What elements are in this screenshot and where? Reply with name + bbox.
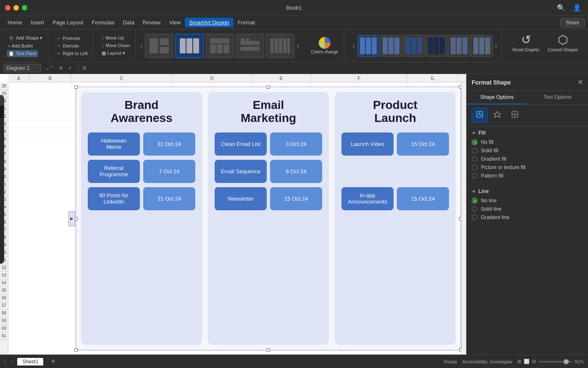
picture-fill-radio[interactable] xyxy=(472,164,478,170)
layout-item-3[interactable] xyxy=(205,34,234,58)
halloween-date-cell[interactable]: 31 Oct 24 xyxy=(143,132,195,156)
menu-page-layout[interactable]: Page Layout xyxy=(48,18,87,27)
email-seq-cell[interactable]: Email Sequence xyxy=(215,160,267,183)
menu-smartart-design[interactable]: SmartArt Design xyxy=(185,18,233,27)
gradient-line-radio[interactable] xyxy=(472,214,478,220)
reset-graphic-button[interactable]: ↺ Reset Graphic xyxy=(509,31,543,54)
accessibility-label[interactable]: Accessibility: Investigate xyxy=(462,359,512,364)
90posts-date-cell[interactable]: 31 Oct 24 xyxy=(143,187,195,210)
change-colors-button[interactable]: Colors change xyxy=(309,35,341,56)
expand-arrow[interactable]: ▶ xyxy=(68,211,75,226)
formula-expand-icon[interactable]: ⌄⌃ xyxy=(44,65,55,71)
launch-video-cell[interactable]: Launch Video xyxy=(341,132,394,156)
tab-text-options[interactable]: Text Options xyxy=(528,91,588,104)
formula-confirm-icon[interactable]: ✓ xyxy=(66,65,74,71)
maximize-btn[interactable] xyxy=(22,5,27,11)
clean-email-cell[interactable]: Clean Email List xyxy=(215,132,267,156)
sheet-tab-sheet1[interactable]: Sheet1 xyxy=(17,358,43,365)
menu-formulas[interactable]: Formulas xyxy=(87,18,118,27)
layout-scroll-right[interactable]: › xyxy=(295,42,301,50)
clean-email-date-cell[interactable]: 3 Oct 24 xyxy=(270,132,322,156)
style-item-6[interactable] xyxy=(471,35,493,57)
effects-icon-btn[interactable] xyxy=(489,108,505,123)
solid-line-radio[interactable] xyxy=(472,206,478,212)
menu-insert[interactable]: Insert xyxy=(26,18,49,27)
handle-bc[interactable] xyxy=(267,348,270,352)
add-sheet-button[interactable]: + xyxy=(48,357,58,366)
menu-view[interactable]: View xyxy=(165,18,185,27)
add-shape-button[interactable]: ➕ Add Shape ▾ xyxy=(7,34,45,42)
menu-format[interactable]: Format xyxy=(234,18,259,27)
move-down-button[interactable]: ↓ Move Down xyxy=(100,42,132,49)
solid-fill-radio[interactable] xyxy=(472,148,478,154)
inapp-date-cell[interactable]: 15 Oct 24 xyxy=(397,187,449,210)
name-box[interactable] xyxy=(3,64,41,72)
line-section-header[interactable]: ▼ Line xyxy=(472,188,583,194)
pattern-fill-radio[interactable] xyxy=(472,173,478,179)
style-item-1[interactable] xyxy=(357,35,379,57)
layout-button[interactable]: ▦ Layout ▾ xyxy=(100,50,127,57)
launch-video-date-cell[interactable]: 15 Oct 24 xyxy=(397,132,449,156)
inapp-cell[interactable]: In-appAnnouncements xyxy=(341,187,394,210)
menu-home[interactable]: Home xyxy=(3,18,26,27)
share-profile-icon[interactable]: 👤 xyxy=(571,3,583,13)
promote-button[interactable]: ← Promote xyxy=(55,35,82,42)
page-break-icon[interactable]: ⊟ xyxy=(532,359,536,364)
nav-prev[interactable]: ‹ xyxy=(4,359,6,364)
layout-item-2[interactable] xyxy=(175,34,204,58)
convert-shapes-button[interactable]: ⬡ Convert Shapes xyxy=(544,31,581,54)
tab-shape-options[interactable]: Shape Options xyxy=(467,91,528,104)
spreadsheet[interactable]: A B C D E F G 28 29 30 31 32 33 34 35 36… xyxy=(0,74,466,355)
format-panel-close[interactable]: ✕ xyxy=(578,78,583,86)
handle-tc[interactable] xyxy=(267,85,270,89)
layout-scroll-left[interactable]: ‹ xyxy=(139,42,144,50)
zoom-level[interactable]: 91% xyxy=(575,359,584,364)
fill-no-fill[interactable]: No fill xyxy=(472,139,583,145)
style-item-3[interactable] xyxy=(403,35,425,57)
referral-date-cell[interactable]: 7 Oct 24 xyxy=(143,160,195,183)
fill-gradient[interactable]: Gradient fill xyxy=(472,156,583,162)
fill-line-icon-btn[interactable] xyxy=(472,108,488,123)
page-view-icon[interactable]: ⬜ xyxy=(524,359,530,364)
newsletter-date-cell[interactable]: 15 Oct 24 xyxy=(270,187,322,210)
layout-item-1[interactable] xyxy=(145,34,173,58)
menu-review[interactable]: Review xyxy=(139,18,165,27)
handle-tl[interactable] xyxy=(74,85,78,89)
fill-section-header[interactable]: ▼ Fill xyxy=(472,130,583,136)
share-button[interactable]: Share xyxy=(560,18,585,27)
demote-button[interactable]: → Demote xyxy=(55,42,81,49)
handle-bl[interactable] xyxy=(74,348,78,352)
line-no-line[interactable]: No line xyxy=(472,198,583,204)
layout-item-4[interactable] xyxy=(236,34,264,58)
style-item-5[interactable] xyxy=(448,35,470,57)
90posts-cell[interactable]: 90 Posts forLinkedIn xyxy=(88,187,140,210)
formula-cancel-icon[interactable]: ✕ xyxy=(57,65,65,71)
zoom-slider[interactable] xyxy=(538,361,572,363)
styles-scroll-right[interactable]: › xyxy=(494,42,499,50)
grid-view-icon[interactable]: ⊞ xyxy=(517,359,521,364)
add-bullet-button[interactable]: • Add Bullet xyxy=(7,42,34,49)
newsletter-cell[interactable]: Newsletter xyxy=(215,187,267,210)
vertical-scrollbar[interactable] xyxy=(461,82,466,355)
line-gradient[interactable]: Gradient line xyxy=(472,214,583,220)
referral-cell[interactable]: ReferralProgramme xyxy=(88,160,140,183)
size-icon-btn[interactable] xyxy=(507,108,523,123)
gradient-fill-radio[interactable] xyxy=(472,156,478,162)
fill-pattern[interactable]: Pattern fill xyxy=(472,173,583,179)
styles-scroll-left[interactable]: ‹ xyxy=(351,42,357,50)
move-up-button[interactable]: ↑ Move Up xyxy=(100,34,126,41)
layout-item-5[interactable] xyxy=(266,34,294,58)
right-to-left-button[interactable]: ↔ Right to Left xyxy=(55,50,89,57)
style-item-4[interactable] xyxy=(425,35,447,57)
line-solid[interactable]: Solid line xyxy=(472,206,583,212)
no-line-radio[interactable] xyxy=(472,198,478,204)
no-fill-radio[interactable] xyxy=(472,139,478,145)
fill-solid[interactable]: Solid fill xyxy=(472,148,583,154)
minimize-btn[interactable] xyxy=(13,5,19,11)
email-seq-date-cell[interactable]: 9 Oct 24 xyxy=(270,160,322,183)
style-item-2[interactable] xyxy=(380,35,402,57)
halloween-meme-cell[interactable]: HalloweenMeme xyxy=(88,132,140,156)
menu-data[interactable]: Data xyxy=(118,18,138,27)
search-icon[interactable]: 🔍 xyxy=(555,3,567,13)
text-pane-button[interactable]: 📋 Text Pane xyxy=(7,50,38,57)
